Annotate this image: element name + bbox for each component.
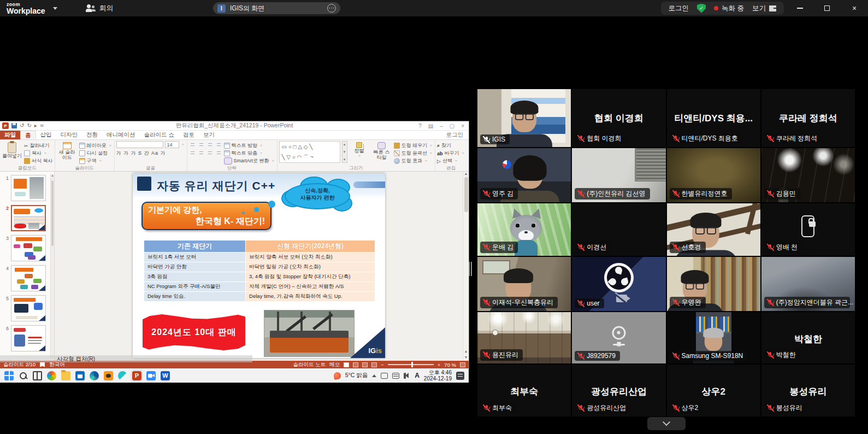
tab-home[interactable]: 홈 [20, 131, 36, 139]
normal-view-icon[interactable] [344, 362, 349, 367]
participant-tile[interactable]: user [572, 257, 665, 311]
tab-review[interactable]: 검토 [179, 131, 199, 139]
undo-icon[interactable]: ↺ [20, 123, 24, 128]
shape-fill-button[interactable]: 도형 채우기 [394, 142, 434, 149]
view-button[interactable]: 보기 [752, 4, 776, 13]
participant-tile[interactable]: 최부숙 최부숙 [477, 365, 571, 417]
participant-tile[interactable]: 선호경 [667, 203, 760, 256]
slide-sorter-icon[interactable] [353, 362, 358, 367]
tab-transitions[interactable]: 전환 [82, 131, 102, 139]
slide-thumbnail-item[interactable]: 4 [2, 265, 54, 291]
slide-thumbnail[interactable] [11, 205, 46, 231]
tab-slideshow[interactable]: 슬라이드 쇼 [140, 131, 179, 139]
microsoft-store-icon[interactable] [75, 371, 85, 380]
fit-to-window-icon[interactable] [460, 362, 465, 367]
copy-button[interactable]: 복사 [24, 150, 53, 157]
help-icon[interactable]: ? [418, 123, 422, 129]
clipboard-tray-icon[interactable] [381, 373, 388, 379]
task-view-icon[interactable] [33, 371, 42, 380]
next-slide-icon[interactable]: ▼ [464, 355, 468, 359]
participant-tile[interactable]: 용진유리 [477, 312, 571, 363]
login-button[interactable]: 로그인 [669, 4, 689, 13]
slide-thumbnail-item[interactable]: 5 [2, 295, 54, 321]
tab-file[interactable]: 파일 [0, 131, 20, 139]
maximize-button[interactable] [813, 0, 841, 16]
font-size-combobox[interactable]: 14 [165, 141, 179, 148]
slideshow-view-icon[interactable] [371, 362, 377, 367]
zoom-slider[interactable] [388, 364, 434, 365]
format-painter-button[interactable]: 서식 복사 [24, 157, 53, 165]
tab-animations[interactable]: 애니메이션 [102, 131, 140, 139]
ppt-login-button[interactable]: 로그인 [446, 131, 469, 139]
kakao-app-icon[interactable] [104, 371, 113, 380]
participant-tile[interactable]: 운배 김 [477, 203, 571, 256]
participant-tile[interactable]: 티앤티/DYS 최용... 티앤티/DYS 최용호 [667, 89, 760, 147]
cut-button[interactable]: ✂잘라내기 [24, 142, 53, 149]
slide-thumbnail[interactable] [11, 325, 46, 351]
slide-thumbnail[interactable] [11, 175, 46, 201]
tab-design[interactable]: 디자인 [56, 131, 82, 139]
shape-effects-button[interactable]: 도형 효과 [394, 157, 434, 165]
tab-shared-screen[interactable]: I IGIS의 화면 ⋯ [213, 2, 340, 14]
shape-outline-button[interactable]: 도형 윤곽선 [394, 150, 434, 157]
ppt-restore-icon[interactable]: ▢ [450, 123, 454, 129]
section-button[interactable]: 구역 [79, 157, 113, 165]
participant-tile[interactable]: 우영완 [667, 257, 760, 311]
participant-tile[interactable]: 쿠라레 정희석 쿠라레 정희석 [761, 89, 855, 147]
customize-qat-icon[interactable]: ≂ [40, 123, 44, 128]
select-button[interactable]: ▷선택 [437, 157, 465, 165]
participant-tile-igis[interactable]: IGIS [477, 89, 571, 147]
text-direction-button[interactable]: 텍스트 방향 [224, 142, 275, 149]
participant-tile[interactable]: 봉성유리 봉성유리 [761, 365, 855, 417]
participant-tile[interactable]: KEGWA 영주 김 [477, 148, 571, 202]
notes-button[interactable]: 슬라이드 노트 [293, 361, 326, 368]
participant-tile[interactable]: 상우2 상우2 [667, 365, 760, 417]
participant-tile[interactable]: 박철한 박철한 [761, 312, 855, 363]
participant-tile[interactable]: 이재석-우신복층유리 [477, 257, 571, 311]
replace-button[interactable]: ab바꾸기 [437, 150, 465, 157]
slide-thumbnail[interactable] [11, 265, 46, 291]
participant-tile[interactable]: 협회 이경희 협회 이경희 [572, 89, 665, 147]
participant-tile[interactable]: 김용민 [761, 148, 855, 202]
spellcheck-icon[interactable] [40, 362, 45, 367]
search-icon[interactable] [19, 371, 28, 380]
ime-indicator[interactable]: A [415, 372, 420, 379]
new-slide-button[interactable]: 새 슬라이드 [57, 141, 78, 161]
zoom-in-icon[interactable]: + [438, 362, 441, 368]
tab-view[interactable]: 보기 [199, 131, 219, 139]
thumbnail-scrollbar[interactable] [50, 174, 54, 359]
file-explorer-icon[interactable] [61, 371, 70, 380]
scrollbar-thumb[interactable] [464, 177, 468, 212]
participant-tile[interactable]: J8929579 [572, 312, 665, 363]
security-shield-icon[interactable]: ✓ [697, 4, 706, 13]
edge-browser-icon[interactable] [90, 371, 99, 380]
notification-center-icon[interactable] [456, 372, 464, 380]
keyboard-tray-icon[interactable] [392, 373, 399, 379]
reset-button[interactable]: 다시 설정 [79, 150, 113, 157]
whale-browser-icon[interactable] [118, 371, 127, 380]
more-options-icon[interactable]: ⋯ [327, 4, 336, 13]
reading-view-icon[interactable] [362, 362, 368, 367]
ppt-minimize-icon[interactable]: – [440, 123, 443, 129]
scroll-up-icon[interactable]: ▲ [464, 172, 468, 175]
zoom-app-icon[interactable] [146, 371, 156, 380]
panel-resize-handle[interactable] [468, 262, 473, 276]
participant-tile[interactable]: (주)인천유리 김선영 [572, 148, 665, 202]
smartart-button[interactable]: SmartArt로 변환 [224, 157, 275, 165]
start-slideshow-icon[interactable]: ▸ [34, 123, 37, 128]
participant-tile[interactable]: (주)정암지앤더블유 곽근... [761, 257, 855, 311]
chevron-down-icon[interactable] [53, 7, 57, 10]
copilot-icon[interactable] [47, 371, 56, 380]
align-buttons[interactable] [189, 150, 222, 156]
speaker-tray-icon[interactable] [404, 373, 410, 379]
ppt-close-icon[interactable]: × [461, 123, 464, 129]
memo-button[interactable]: 메모 [329, 361, 340, 368]
find-button[interactable]: ⌕찾기 [437, 142, 465, 149]
participant-tile[interactable]: 광성유리산업 광성유리산업 [572, 365, 665, 417]
zoom-level[interactable]: 70 % [444, 362, 456, 368]
tab-meeting[interactable]: 회의 [86, 3, 114, 13]
tab-insert[interactable]: 삽입 [36, 131, 56, 139]
paste-button[interactable]: 붙여넣기 [2, 141, 22, 159]
start-button-icon[interactable] [4, 371, 14, 380]
powerpoint-taskbar-icon[interactable]: P [132, 371, 141, 380]
